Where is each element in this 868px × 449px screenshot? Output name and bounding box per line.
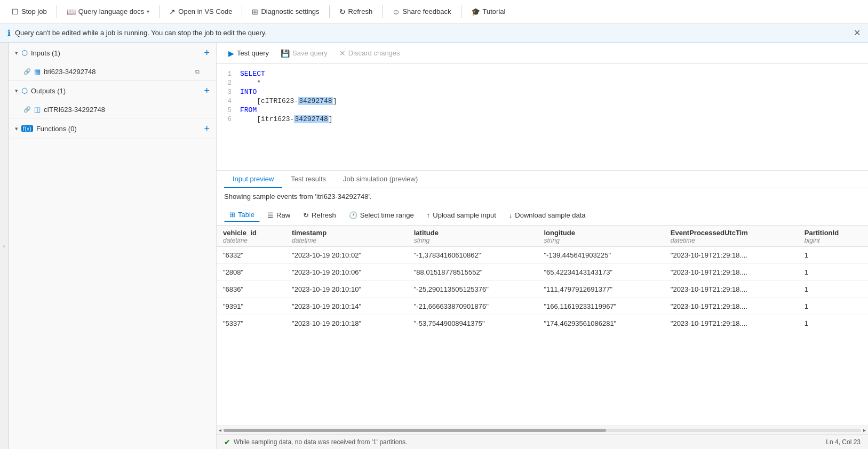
col-header-vehicle-id: vehicle_id datetime bbox=[217, 226, 285, 247]
status-bar: ✔ While sampling data, no data was recei… bbox=[217, 434, 868, 449]
scroll-right-arrow[interactable]: ▸ bbox=[863, 427, 866, 433]
discard-icon: ✕ bbox=[339, 49, 346, 58]
preview-content: Showing sample events from 'itri623-3429… bbox=[217, 188, 868, 449]
sidebar-functions-header[interactable]: ▾ f(x) Functions (0) + bbox=[9, 118, 216, 139]
refresh-icon: ↻ bbox=[339, 7, 346, 16]
collapse-handle[interactable]: ‹ bbox=[0, 43, 9, 449]
success-icon: ✔ bbox=[224, 438, 230, 446]
sidebar-section-functions: ▾ f(x) Functions (0) + bbox=[9, 118, 216, 139]
table-icon: ⊞ bbox=[229, 211, 235, 219]
toolbar-separator-6 bbox=[461, 5, 461, 18]
code-line-5: 5 FROM bbox=[217, 106, 868, 115]
add-input-button[interactable]: + bbox=[204, 48, 210, 58]
sidebar-item-input[interactable]: 🔗 ▦ itri623-34292748 ⧉ ··· bbox=[9, 63, 216, 80]
test-query-button[interactable]: ▶ Test query bbox=[223, 47, 274, 60]
code-line-6: 6 [itri623-34292748] bbox=[217, 115, 868, 124]
info-icon: ℹ bbox=[7, 28, 11, 38]
preview-action-bar: ⊞ Table ☰ Raw ↻ Refresh 🕐 Select time ra… bbox=[217, 205, 868, 226]
sidebar-inputs-header[interactable]: ▾ ⬡ Inputs (1) + bbox=[9, 43, 216, 63]
preview-tabs: Input preview Test results Job simulatio… bbox=[217, 171, 868, 188]
inputs-section-icon: ⬡ bbox=[21, 49, 28, 57]
select-time-range-button[interactable]: 🕐 Select time range bbox=[344, 209, 419, 221]
query-docs-button[interactable]: 📖 Query language docs ▾ bbox=[61, 5, 155, 18]
scroll-left-arrow[interactable]: ◂ bbox=[219, 427, 221, 433]
chevron-down-icon: ▾ bbox=[147, 9, 149, 14]
toolbar-separator-1 bbox=[57, 5, 57, 18]
input-item-icon: ▦ bbox=[34, 68, 41, 76]
table-header-row: vehicle_id datetime timestamp datetime l… bbox=[217, 226, 868, 247]
tab-test-results[interactable]: Test results bbox=[282, 171, 335, 188]
external-link-icon: ↗ bbox=[169, 7, 176, 16]
code-line-1: 1 SELECT bbox=[217, 69, 868, 78]
toolbar-separator-4 bbox=[329, 5, 330, 18]
open-vscode-button[interactable]: ↗ Open in VS Code bbox=[164, 5, 237, 18]
table-row: "9391""2023-10-19 20:10:14""-21,66663387… bbox=[217, 298, 868, 315]
code-editor[interactable]: 1 SELECT 2 * 3 INTO 4 [cITRI623-34292748… bbox=[217, 64, 868, 171]
data-table: vehicle_id datetime timestamp datetime l… bbox=[217, 226, 868, 332]
raw-view-button[interactable]: ☰ Raw bbox=[262, 209, 296, 221]
scrollbar-thumb[interactable] bbox=[224, 429, 606, 432]
link-icon: 🔗 bbox=[23, 106, 31, 113]
preview-info-bar: Showing sample events from 'itri623-3429… bbox=[217, 188, 868, 205]
tutorial-button[interactable]: 🎓 Tutorial bbox=[466, 5, 511, 18]
link-icon: 🔗 bbox=[23, 68, 31, 75]
add-function-button[interactable]: + bbox=[204, 124, 210, 133]
chevron-down-icon: ▾ bbox=[15, 87, 18, 94]
table-row: "6332""2023-10-19 20:10:02""-1,378341606… bbox=[217, 247, 868, 264]
status-left: ✔ While sampling data, no data was recei… bbox=[224, 438, 407, 446]
col-header-latitude: latitude string bbox=[408, 226, 538, 247]
preview-refresh-button[interactable]: ↻ Refresh bbox=[298, 209, 341, 221]
code-line-3: 3 INTO bbox=[217, 87, 868, 97]
col-header-partition-id: PartitionId bigint bbox=[798, 226, 868, 247]
toolbar-separator-2 bbox=[159, 5, 160, 18]
chevron-down-icon: ▾ bbox=[15, 50, 18, 57]
toolbar-separator-3 bbox=[242, 5, 242, 18]
info-banner: ℹ Query can't be edited while a job is r… bbox=[0, 23, 868, 43]
scrollbar-track[interactable] bbox=[224, 429, 861, 432]
save-icon: 💾 bbox=[281, 49, 290, 58]
clock-icon: 🕐 bbox=[349, 211, 357, 219]
upload-icon: ↑ bbox=[427, 211, 431, 219]
discard-changes-button[interactable]: ✕ Discard changes bbox=[334, 47, 405, 60]
outputs-section-icon: ⬡ bbox=[21, 86, 28, 95]
diagnostic-icon: ⊞ bbox=[252, 7, 258, 16]
add-output-button[interactable]: + bbox=[204, 86, 210, 95]
share-feedback-button[interactable]: ☺ Share feedback bbox=[387, 5, 456, 18]
sidebar: ▾ ⬡ Inputs (1) + 🔗 ▦ itri623-34292748 ⧉ … bbox=[9, 43, 217, 449]
table-view-button[interactable]: ⊞ Table bbox=[224, 209, 260, 222]
save-query-button[interactable]: 💾 Save query bbox=[275, 47, 333, 60]
refresh-button[interactable]: ↻ Refresh bbox=[334, 5, 378, 18]
sidebar-section-inputs: ▾ ⬡ Inputs (1) + 🔗 ▦ itri623-34292748 ⧉ … bbox=[9, 43, 216, 81]
chevron-down-icon: ▾ bbox=[15, 125, 18, 132]
col-header-longitude: longitude string bbox=[537, 226, 664, 247]
table-row: "6836""2023-10-19 20:10:10""-25,29011350… bbox=[217, 281, 868, 298]
table-row: "2808""2023-10-19 20:10:06""88,015187785… bbox=[217, 264, 868, 281]
stop-job-button[interactable]: ☐ Stop job bbox=[6, 5, 52, 18]
stop-icon: ☐ bbox=[12, 7, 19, 16]
mortarboard-icon: 🎓 bbox=[471, 7, 480, 16]
tab-input-preview[interactable]: Input preview bbox=[224, 171, 282, 188]
top-toolbar: ☐ Stop job 📖 Query language docs ▾ ↗ Ope… bbox=[0, 0, 868, 23]
code-line-2: 2 * bbox=[217, 78, 868, 87]
editor-area: ▶ Test query 💾 Save query ✕ Discard chan… bbox=[217, 43, 868, 449]
sidebar-outputs-header[interactable]: ▾ ⬡ Outputs (1) + bbox=[9, 81, 216, 101]
copy-icon: ⧉ bbox=[195, 68, 200, 75]
position-indicator: Ln 4, Col 23 bbox=[826, 438, 861, 446]
horizontal-scrollbar[interactable]: ◂ ▸ bbox=[217, 426, 868, 434]
output-item-icon: ◫ bbox=[34, 106, 41, 114]
sidebar-item-output[interactable]: 🔗 ◫ cITRI623-34292748 ··· bbox=[9, 101, 216, 118]
tab-job-simulation[interactable]: Job simulation (preview) bbox=[335, 171, 426, 188]
upload-sample-input-button[interactable]: ↑ Upload sample input bbox=[421, 209, 501, 221]
col-header-event-processed: EventProcessedUtcTim datetime bbox=[664, 226, 798, 247]
toolbar-separator-5 bbox=[382, 5, 383, 18]
smiley-icon: ☺ bbox=[392, 7, 400, 16]
main-area: ‹ ▾ ⬡ Inputs (1) + 🔗 ▦ itri623-34292748 … bbox=[0, 43, 868, 449]
close-banner-button[interactable]: ✕ bbox=[854, 28, 861, 38]
data-table-container[interactable]: vehicle_id datetime timestamp datetime l… bbox=[217, 226, 868, 426]
run-icon: ▶ bbox=[228, 49, 234, 58]
diagnostic-settings-button[interactable]: ⊞ Diagnostic settings bbox=[246, 5, 324, 18]
download-sample-data-button[interactable]: ↓ Download sample data bbox=[504, 209, 591, 221]
table-row: "5337""2023-10-19 20:10:18""-53,75449008… bbox=[217, 315, 868, 332]
functions-section-icon: f(x) bbox=[21, 125, 33, 132]
download-icon: ↓ bbox=[509, 211, 513, 219]
